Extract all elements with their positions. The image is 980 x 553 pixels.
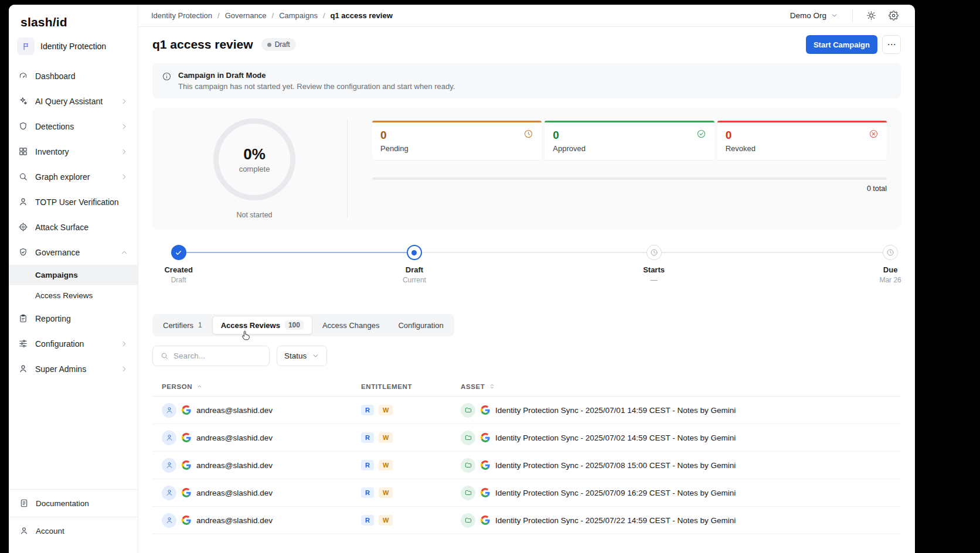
breadcrumb-separator: [323, 11, 325, 20]
sidebar-item-super-admins[interactable]: Super Admins: [9, 356, 138, 381]
read-entitlement-badge: R: [361, 515, 374, 525]
page-content: q1 access review Draft Start Campaign ⋯ …: [138, 27, 915, 553]
google-icon: [481, 405, 490, 415]
settings-button[interactable]: [884, 7, 902, 25]
total-label: 0 total: [372, 185, 887, 193]
person-icon: [19, 526, 29, 535]
gear-icon: [889, 11, 899, 21]
column-label: PERSON: [162, 383, 192, 390]
brand-logo[interactable]: slash/id: [9, 5, 138, 32]
tab-count: 1: [198, 321, 202, 329]
sidebar-item-label: AI Query Assistant: [35, 97, 103, 106]
column-header-asset[interactable]: ASSET: [461, 383, 891, 390]
page-title: q1 access review: [152, 37, 253, 52]
status-filter-dropdown[interactable]: Status: [277, 346, 327, 366]
sidebar-item-configuration[interactable]: Configuration: [9, 331, 138, 356]
sort-ascending-icon: [196, 383, 203, 390]
access-reviews-table: PERSON ENTITLEMENT ASSET an: [152, 377, 901, 534]
sidebar-item-label: TOTP User Verification: [35, 197, 119, 207]
sidebar-item-label: Reporting: [35, 314, 71, 323]
sidebar-item-dashboard[interactable]: Dashboard: [9, 63, 138, 88]
google-icon: [182, 460, 191, 470]
sidebar-item-totp-user-verification[interactable]: TOTP User Verification: [9, 189, 138, 214]
entitlement-cell: R W: [361, 515, 461, 525]
tab-certifiers[interactable]: Certifiers 1: [154, 316, 211, 334]
search-box[interactable]: [152, 346, 270, 366]
folder-icon: [461, 403, 475, 418]
sidebar-item-reporting[interactable]: Reporting: [9, 306, 138, 331]
progress-status: Not started: [236, 211, 272, 219]
sidebar-item-account[interactable]: Account: [9, 517, 138, 553]
google-icon: [481, 488, 490, 497]
sidebar-item-graph-explorer[interactable]: Graph explorer: [9, 164, 138, 189]
asset-cell: Identity Protection Sync - 2025/07/02 14…: [461, 431, 891, 445]
tab-bar: Certifiers 1 Access Reviews 100 Access C…: [152, 314, 454, 336]
shield-icon: [18, 121, 28, 131]
timeline-step-draft: Draft Current: [376, 245, 452, 284]
sidebar-item-inventory[interactable]: Inventory: [9, 139, 138, 164]
tab-label: Certifiers: [163, 321, 193, 330]
tab-configuration[interactable]: Configuration: [389, 316, 452, 334]
read-entitlement-badge: R: [361, 460, 374, 470]
folder-icon: [461, 513, 475, 528]
timeline-step-due: Due Mar 26: [852, 245, 915, 284]
timeline-step-title: Starts: [616, 265, 692, 274]
sidebar-item-ai-query-assistant[interactable]: AI Query Assistant: [9, 88, 138, 114]
product-name: Identity Protection: [40, 42, 106, 51]
sidebar-item-detections[interactable]: Detections: [9, 114, 138, 139]
table-row[interactable]: andreas@slashid.dev R W Identity Protect…: [152, 397, 901, 424]
topbar-divider: [852, 9, 853, 22]
sidebar-item-access-reviews[interactable]: Access Reviews: [9, 285, 138, 306]
clipboard-icon: [18, 313, 28, 323]
tab-count: 100: [285, 320, 304, 330]
start-campaign-button[interactable]: Start Campaign: [806, 35, 877, 54]
main-area: Identity Protection Governance Campaigns…: [138, 5, 915, 553]
x-circle-icon: [869, 129, 879, 139]
sidebar-item-campaigns[interactable]: Campaigns: [9, 265, 138, 285]
table-row[interactable]: andreas@slashid.dev R W Identity Protect…: [152, 452, 901, 479]
sidebar-item-attack-surface[interactable]: Attack Surface: [9, 214, 138, 240]
check-circle-icon: [696, 129, 706, 139]
campaign-stats-panel: 0% complete Not started 0 Pending: [152, 108, 901, 230]
more-actions-button[interactable]: ⋯: [882, 35, 901, 54]
sidebar-item-documentation[interactable]: Documentation: [9, 489, 138, 517]
search-icon: [160, 351, 169, 360]
search-input[interactable]: [173, 351, 262, 360]
current-step-icon: [407, 245, 422, 260]
timeline-step-subtitle: Draft: [141, 276, 217, 284]
tab-access-reviews[interactable]: Access Reviews 100: [212, 316, 312, 334]
timeline-step-starts: Starts —: [616, 245, 692, 284]
table-row[interactable]: andreas@slashid.dev R W Identity Protect…: [152, 479, 901, 507]
shield-check-icon: [18, 247, 28, 257]
progress-caption: complete: [239, 165, 270, 173]
write-entitlement-badge: W: [379, 515, 393, 525]
theme-toggle-button[interactable]: [862, 7, 880, 25]
table-row[interactable]: andreas@slashid.dev R W Identity Protect…: [152, 424, 901, 452]
campaign-timeline: Created Draft Draft Current Starts — Due…: [152, 245, 901, 294]
table-row[interactable]: andreas@slashid.dev R W Identity Protect…: [152, 507, 901, 534]
column-header-person[interactable]: PERSON: [162, 383, 361, 390]
tab-access-changes[interactable]: Access Changes: [314, 316, 389, 334]
org-selector[interactable]: Demo Org: [785, 8, 843, 23]
sliders-icon: [18, 339, 28, 349]
progress-ring: 0% complete: [213, 118, 295, 200]
sidebar-item-label: Configuration: [35, 339, 84, 349]
column-header-entitlement[interactable]: ENTITLEMENT: [361, 383, 461, 390]
breadcrumb-item-governance[interactable]: Governance: [225, 11, 267, 20]
product-switcher[interactable]: Identity Protection: [9, 32, 138, 63]
chevron-down-icon: [312, 352, 319, 360]
person-email: andreas@slashid.dev: [196, 461, 273, 470]
timeline-step-subtitle: Mar 26: [852, 276, 915, 284]
sidebar-item-label: Attack Surface: [35, 223, 89, 232]
sidebar-item-governance[interactable]: Governance: [9, 240, 138, 265]
sidebar-item-label: Documentation: [36, 499, 89, 508]
sidebar-item-label: Dashboard: [35, 71, 76, 81]
breadcrumb: Identity Protection Governance Campaigns…: [151, 11, 393, 20]
breadcrumb-item-campaigns[interactable]: Campaigns: [279, 11, 318, 20]
sidebar-item-label: Inventory: [35, 147, 69, 156]
timeline-step-title: Draft: [376, 265, 452, 274]
folder-icon: [461, 431, 475, 445]
breadcrumb-item-identity-protection[interactable]: Identity Protection: [151, 11, 212, 20]
table-header: PERSON ENTITLEMENT ASSET: [152, 377, 901, 397]
breadcrumb-separator: [272, 11, 274, 20]
